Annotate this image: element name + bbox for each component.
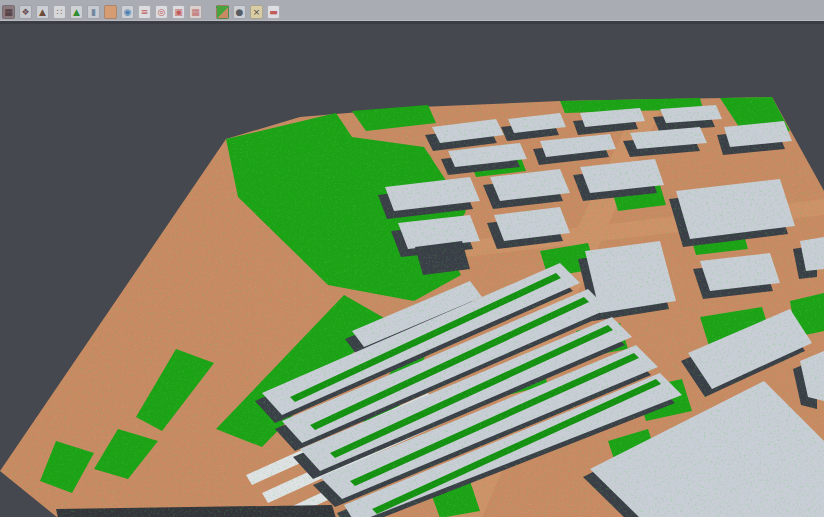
points-icon[interactable]: ∷	[53, 5, 66, 19]
pan-icon[interactable]: ❖	[19, 5, 32, 19]
toolbar-icon-glyph: ●	[236, 8, 244, 17]
toolbar-icon-glyph: ◉	[124, 8, 132, 17]
toolbar-icon-glyph: ≡	[141, 8, 149, 17]
vegetation-hill-icon[interactable]: ▲	[70, 5, 83, 19]
marker-x-icon[interactable]: ×	[250, 5, 263, 19]
toolbar-icon-glyph: ❖	[21, 8, 29, 17]
toolbar-icon-glyph: ▬	[269, 8, 278, 17]
terrain-icon[interactable]: ▲	[36, 5, 49, 19]
toolbar-icon-glyph: ▲	[39, 8, 46, 17]
toolbar-icon-glyph: ▮	[91, 8, 96, 17]
flag-icon[interactable]: ▬	[267, 5, 280, 19]
toolbar-icon-glyph: ×	[253, 8, 261, 17]
viewport-3d	[0, 24, 824, 517]
point-cloud-speckle	[0, 24, 824, 517]
application-window: ▦❖▲∷▲▮◉≡◎▣▦●×▬	[0, 0, 824, 517]
target-icon[interactable]: ◎	[155, 5, 168, 19]
toolbar-icon-glyph: ▦	[191, 8, 200, 17]
layers-icon[interactable]: ≡	[138, 5, 151, 19]
toolbar-icon-glyph: ▲	[73, 8, 80, 17]
viewport-3d-canvas[interactable]	[0, 24, 824, 517]
classification-icon[interactable]	[216, 5, 229, 19]
toolbar: ▦❖▲∷▲▮◉≡◎▣▦●×▬	[0, 0, 824, 21]
bounds-icon[interactable]: ▣	[172, 5, 185, 19]
toolbar-icon-glyph: ◎	[158, 8, 166, 17]
sphere-icon[interactable]: ●	[233, 5, 246, 19]
toolbar-icon-glyph: ▣	[174, 8, 183, 17]
toolbar-icon-glyph: ∷	[57, 8, 63, 17]
toolbar-icon-glyph: ▦	[4, 8, 13, 17]
grid-icon[interactable]: ▦	[189, 5, 202, 19]
globe-icon[interactable]: ◉	[121, 5, 134, 19]
profile-icon[interactable]: ▮	[87, 5, 100, 19]
open-file-icon[interactable]: ▦	[2, 5, 15, 19]
ortho-square-icon[interactable]	[104, 5, 117, 19]
